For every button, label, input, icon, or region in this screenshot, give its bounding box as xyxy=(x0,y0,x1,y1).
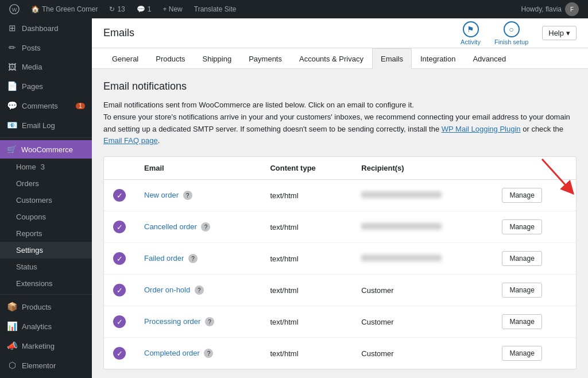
manage-button[interactable]: Manage xyxy=(502,219,541,234)
row-actions: Manage xyxy=(493,306,576,338)
email-name-link[interactable]: Order on-hold xyxy=(144,286,190,294)
comments-bar-item[interactable]: 💬 1 xyxy=(132,0,156,18)
sidebar-item-marketing[interactable]: 📣 Marketing xyxy=(0,336,92,356)
manage-button[interactable]: Manage xyxy=(502,314,541,329)
row-content-type: text/html xyxy=(261,211,352,243)
row-check: ✓ xyxy=(104,275,135,306)
manage-button[interactable]: Manage xyxy=(502,346,541,361)
help-tooltip-icon[interactable]: ? xyxy=(205,317,214,326)
sidebar-item-extensions[interactable]: Extensions xyxy=(0,275,92,292)
tab-products[interactable]: Products xyxy=(147,48,194,69)
enabled-icon: ✓ xyxy=(113,347,126,360)
table-row: ✓ Cancelled order ? text/html Manage xyxy=(104,211,576,243)
customers-sub-label: Customers xyxy=(16,196,52,205)
activity-button[interactable]: ⚑ Activity xyxy=(461,21,481,45)
row-email-name: Processing order ? xyxy=(135,306,261,338)
sidebar-item-reports[interactable]: Reports xyxy=(0,225,92,242)
wp-logo-button[interactable]: W xyxy=(5,0,24,18)
row-email-name: Failed order ? xyxy=(135,243,261,275)
new-bar-item[interactable]: + New xyxy=(158,0,187,18)
sidebar-item-comments[interactable]: 💬 Comments 1 xyxy=(0,96,92,115)
manage-button[interactable]: Manage xyxy=(502,283,541,298)
sidebar-item-dashboard[interactable]: ⊞ Dashboard xyxy=(0,18,92,38)
row-content-type: text/html xyxy=(261,306,352,338)
email-name-link[interactable]: Processing order xyxy=(144,317,200,326)
manage-button[interactable]: Manage xyxy=(502,251,541,266)
email-name-link[interactable]: Failed order xyxy=(144,254,184,263)
wp-mail-logging-link[interactable]: WP Mail Logging Plugin xyxy=(442,125,521,133)
tab-shipping[interactable]: Shipping xyxy=(194,48,241,69)
site-name-bar-item[interactable]: 🏠 The Green Corner xyxy=(26,0,102,18)
sidebar-item-customers[interactable]: Customers xyxy=(0,192,92,209)
tab-integration[interactable]: Integration xyxy=(412,48,464,69)
sidebar-item-posts[interactable]: ✏ Posts xyxy=(0,38,92,57)
pages-icon: 📄 xyxy=(7,81,17,91)
sidebar-item-analytics[interactable]: 📊 Analytics xyxy=(0,317,92,336)
email-name-link[interactable]: Completed order xyxy=(144,349,200,357)
row-recipient: Customer xyxy=(352,306,493,338)
table-row: ✓ Order on-hold ? text/html Customer Man… xyxy=(104,275,576,306)
help-tooltip-icon[interactable]: ? xyxy=(204,349,213,358)
marketing-label: Marketing xyxy=(22,342,85,350)
sidebar-item-woocommerce[interactable]: 🛒 WooCommerce xyxy=(0,140,92,159)
finish-setup-button[interactable]: ○ Finish setup xyxy=(494,21,528,45)
row-actions: Manage xyxy=(493,243,576,275)
row-actions: Manage xyxy=(493,275,576,306)
th-content-type: Content type xyxy=(261,157,352,180)
sidebar-item-settings[interactable]: Settings xyxy=(0,242,92,259)
user-info[interactable]: Howdy, flavia F xyxy=(517,0,583,18)
email-name-link[interactable]: New order xyxy=(144,191,179,199)
updates-bar-item[interactable]: ↻ 13 xyxy=(105,0,129,18)
tab-advanced[interactable]: Advanced xyxy=(464,48,514,69)
tab-general[interactable]: General xyxy=(103,48,147,69)
description: Email notifications sent from WooCommerc… xyxy=(103,99,577,147)
updates-count: 13 xyxy=(117,5,125,13)
translate-bar-item[interactable]: Translate Site xyxy=(189,0,241,18)
translate-label: Translate Site xyxy=(194,5,237,13)
help-tooltip-icon[interactable]: ? xyxy=(201,222,210,232)
sidebar-item-coupons[interactable]: Coupons xyxy=(0,209,92,225)
sidebar-item-status[interactable]: Status xyxy=(0,259,92,275)
settings-sub-label: Settings xyxy=(16,246,43,254)
reports-sub-label: Reports xyxy=(16,229,42,238)
row-recipient xyxy=(352,243,493,275)
section-title: Email notifications xyxy=(103,80,577,92)
sidebar-item-elementor[interactable]: ⬡ Elementor xyxy=(0,356,92,375)
table-row: ✓ Processing order ? text/html Customer … xyxy=(104,306,576,338)
enabled-icon: ✓ xyxy=(113,189,126,202)
status-sub-label: Status xyxy=(16,263,37,271)
row-email-name: Completed order ? xyxy=(135,338,261,369)
sidebar-item-home[interactable]: Home 3 xyxy=(0,159,92,175)
tab-emails[interactable]: Emails xyxy=(372,48,412,69)
th-recipients: Recipient(s) xyxy=(352,157,493,180)
orders-sub-label: Orders xyxy=(16,179,39,188)
sidebar-item-media[interactable]: 🖼 Media xyxy=(0,57,92,76)
manage-button[interactable]: Manage xyxy=(502,188,541,203)
help-button[interactable]: Help ▾ xyxy=(542,26,577,40)
elementor-icon: ⬡ xyxy=(7,360,17,371)
help-tooltip-icon[interactable]: ? xyxy=(183,191,192,200)
enabled-icon: ✓ xyxy=(113,315,126,328)
email-name-link[interactable]: Cancelled order xyxy=(144,222,197,231)
email-faq-link[interactable]: Email FAQ page xyxy=(103,136,158,145)
home-badge: 3 xyxy=(41,163,45,171)
sidebar-item-orders[interactable]: Orders xyxy=(0,175,92,192)
tab-payments[interactable]: Payments xyxy=(240,48,291,69)
settings-tabs: General Products Shipping Payments Accou… xyxy=(92,48,588,69)
th-email: Email xyxy=(135,157,261,180)
tab-accounts[interactable]: Accounts & Privacy xyxy=(291,48,372,69)
emaillog-icon: 📧 xyxy=(7,120,17,130)
desc-text-1: Email notifications sent from WooCommerc… xyxy=(103,101,414,109)
th-actions xyxy=(493,157,576,180)
help-tooltip-icon[interactable]: ? xyxy=(188,254,198,263)
sidebar-item-pages[interactable]: 📄 Pages xyxy=(0,76,92,96)
topbar-right: ⚑ Activity ○ Finish setup Help ▾ xyxy=(461,21,577,45)
sidebar-item-emaillog[interactable]: 📧 Email Log xyxy=(0,115,92,135)
sidebar-item-products[interactable]: 📦 Products xyxy=(0,297,92,317)
help-tooltip-icon[interactable]: ? xyxy=(195,286,204,295)
blurred-recipient xyxy=(361,254,442,261)
sidebar-item-label: Media xyxy=(22,63,85,71)
products-label: Products xyxy=(22,303,85,311)
row-recipient: Customer xyxy=(352,275,493,306)
coupons-sub-label: Coupons xyxy=(16,213,46,221)
